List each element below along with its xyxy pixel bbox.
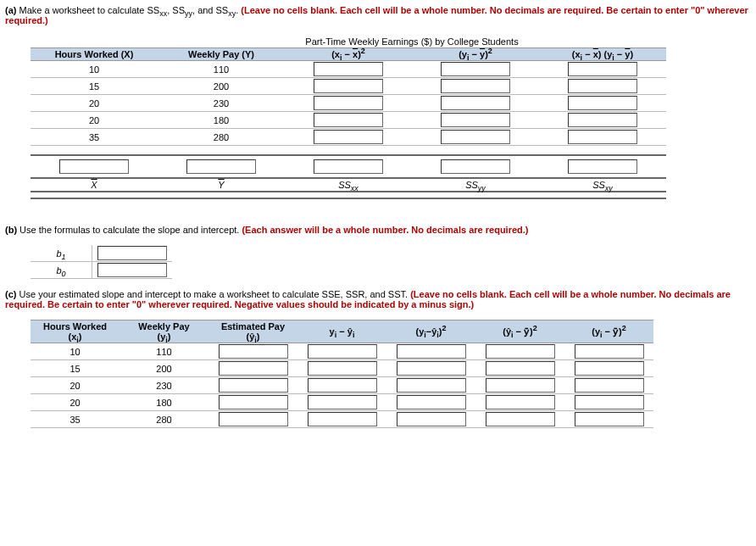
input-c-resid-4[interactable] — [308, 412, 377, 426]
cell-y: 180 — [120, 394, 208, 411]
col-y-header: Weekly Pay (Y) — [158, 48, 285, 61]
table-c-row: 10110 — [31, 343, 653, 360]
input-a-ssyy-3[interactable] — [441, 113, 510, 127]
table-a: Part-Time Weekly Earnings ($) by College… — [31, 36, 666, 199]
cell-x: 20 — [31, 95, 158, 112]
table-a-row: 10110 — [31, 61, 666, 78]
label-ybar: Y — [158, 178, 285, 192]
part-c-prompt: (c) Use your estimated slope and interce… — [5, 289, 756, 309]
cell-x: 35 — [31, 411, 120, 428]
input-c-yhat-2[interactable] — [219, 378, 288, 393]
table-a-caption: Part-Time Weekly Earnings ($) by College… — [158, 36, 666, 48]
table-a-row: 20230 — [31, 95, 666, 112]
input-c-resid-2[interactable] — [308, 378, 377, 393]
input-a-ssyy-4[interactable] — [441, 130, 510, 144]
input-c-sse-3[interactable] — [397, 395, 466, 410]
col-ssxx-header: (xi − x)2 — [285, 48, 412, 61]
input-c-yhat-0[interactable] — [219, 344, 288, 359]
input-c-sst-1[interactable] — [575, 361, 644, 376]
input-c-sst-0[interactable] — [575, 344, 644, 359]
part-b-prompt: (b) Use the formulas to calculate the sl… — [5, 225, 756, 235]
input-a-ssxy-2[interactable] — [568, 96, 637, 110]
input-c-ssr-0[interactable] — [486, 344, 555, 359]
part-a-prompt: (a) Make a worksheet to calculate SSxx, … — [5, 5, 756, 25]
part-a-label: (a) — [5, 5, 16, 15]
input-ssyy[interactable] — [441, 159, 510, 174]
input-c-sst-2[interactable] — [575, 378, 644, 393]
table-a-row: 15200 — [31, 78, 666, 95]
input-c-ssr-1[interactable] — [486, 361, 555, 376]
input-a-ssxy-0[interactable] — [568, 62, 637, 76]
input-b1[interactable] — [97, 246, 167, 260]
table-a-row: 20180 — [31, 112, 666, 129]
cell-y: 200 — [158, 78, 285, 95]
label-xbar: X — [31, 178, 158, 192]
col-c2-header: Weekly Pay(yi) — [120, 320, 208, 343]
part-b-text: Use the formulas to calculate the slope … — [19, 225, 242, 235]
cell-x: 20 — [31, 377, 120, 394]
part-c-text: Use your estimated slope and intercept t… — [19, 289, 411, 299]
input-c-resid-0[interactable] — [308, 344, 377, 359]
input-ybar[interactable] — [186, 159, 256, 174]
input-c-yhat-3[interactable] — [219, 395, 288, 410]
input-c-sst-4[interactable] — [575, 412, 644, 426]
input-c-sst-3[interactable] — [575, 395, 644, 410]
input-c-sse-0[interactable] — [397, 344, 466, 359]
cell-y: 110 — [120, 343, 208, 360]
input-c-yhat-1[interactable] — [219, 361, 288, 376]
part-c-label: (c) — [5, 289, 16, 299]
cell-x: 10 — [31, 343, 120, 360]
cell-x: 20 — [31, 394, 120, 411]
input-a-ssxy-4[interactable] — [568, 130, 637, 144]
cell-y: 200 — [120, 360, 208, 377]
cell-y: 280 — [120, 411, 208, 428]
col-c7-header: (yi − ȳ)2 — [564, 320, 653, 343]
cell-y: 110 — [158, 61, 285, 78]
table-c-row: 20230 — [31, 377, 653, 394]
cell-x: 15 — [31, 78, 158, 95]
table-c: Hours Worked(xi) Weekly Pay(yi) Estimate… — [31, 320, 653, 428]
cell-y: 230 — [120, 377, 208, 394]
input-c-ssr-3[interactable] — [486, 395, 555, 410]
input-a-ssyy-2[interactable] — [441, 96, 510, 110]
input-a-ssyy-1[interactable] — [441, 79, 510, 93]
label-ssyy: SSyy — [412, 178, 539, 192]
input-a-ssxx-4[interactable] — [314, 130, 383, 144]
input-xbar[interactable] — [59, 159, 129, 174]
cell-y: 280 — [158, 129, 285, 146]
input-c-sse-1[interactable] — [397, 361, 466, 376]
label-b0: b0 — [31, 262, 92, 279]
input-b0[interactable] — [97, 263, 167, 277]
input-ssxx[interactable] — [314, 159, 383, 174]
input-a-ssxx-2[interactable] — [314, 96, 383, 110]
label-ssxy: SSxy — [539, 178, 666, 192]
input-a-ssxy-3[interactable] — [568, 113, 637, 127]
input-a-ssxx-0[interactable] — [314, 62, 383, 76]
input-c-ssr-4[interactable] — [486, 412, 555, 426]
col-ssyy-header: (yi − y)2 — [412, 48, 539, 61]
col-ssxy-header: (xi − x) (yi − y) — [539, 48, 666, 61]
col-c3-header: Estimated Pay(ŷi) — [208, 320, 297, 343]
input-c-resid-3[interactable] — [308, 395, 377, 410]
table-c-row: 35280 — [31, 411, 653, 428]
part-b-red: (Each answer will be a whole number. No … — [242, 225, 528, 235]
label-b1: b1 — [31, 245, 92, 262]
table-c-row: 20180 — [31, 394, 653, 411]
table-c-row: 15200 — [31, 360, 653, 377]
input-a-ssxx-1[interactable] — [314, 79, 383, 93]
cell-y: 180 — [158, 112, 285, 129]
input-a-ssxx-3[interactable] — [314, 113, 383, 127]
col-c1-header: Hours Worked(xi) — [31, 320, 120, 343]
col-c6-header: (ŷi − ȳ)2 — [475, 320, 564, 343]
input-c-sse-2[interactable] — [397, 378, 466, 393]
label-ssxx: SSxx — [285, 178, 412, 192]
input-c-resid-1[interactable] — [308, 361, 377, 376]
col-x-header: Hours Worked (X) — [31, 48, 158, 61]
input-c-yhat-4[interactable] — [219, 412, 288, 426]
input-ssxy[interactable] — [568, 159, 637, 174]
input-a-ssxy-1[interactable] — [568, 79, 637, 93]
input-c-sse-4[interactable] — [397, 412, 466, 426]
table-a-row: 35280 — [31, 129, 666, 146]
input-c-ssr-2[interactable] — [486, 378, 555, 393]
input-a-ssyy-0[interactable] — [441, 62, 510, 76]
